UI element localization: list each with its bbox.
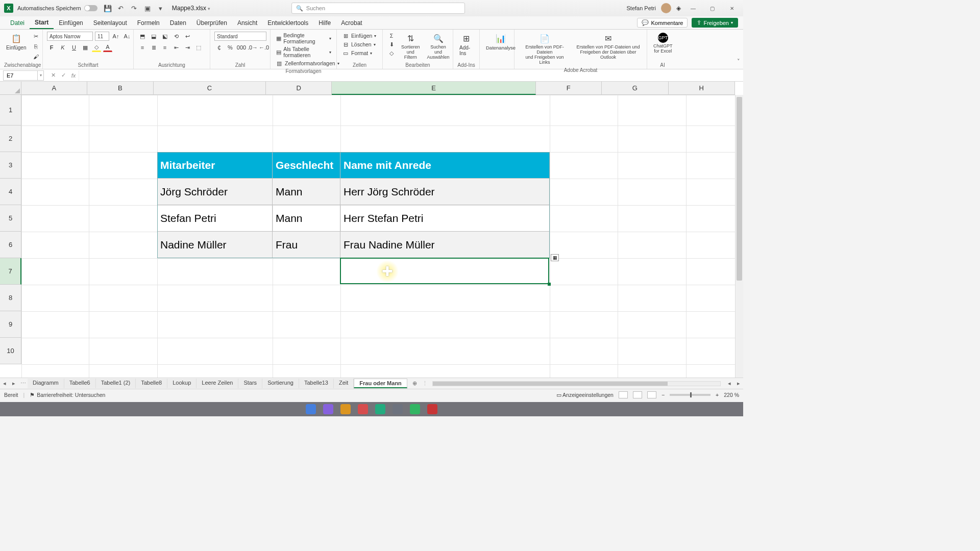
autosum-button[interactable]: Σ: [387, 32, 396, 40]
select-all-corner[interactable]: [0, 82, 21, 95]
increase-font-icon[interactable]: A↑: [111, 32, 120, 41]
align-center-icon[interactable]: ≣: [149, 43, 158, 52]
row-header-9[interactable]: 9: [0, 311, 21, 338]
align-left-icon[interactable]: ≡: [138, 43, 147, 52]
column-header-C[interactable]: C: [154, 82, 266, 95]
vertical-scrollbar[interactable]: [735, 95, 743, 378]
cell-styles-button[interactable]: ▥Zellenformatvorlagen▾: [275, 59, 340, 67]
addins-button[interactable]: ⊞Add-Ins: [457, 32, 475, 57]
delete-cells-button[interactable]: ⊟Löschen▾: [341, 40, 377, 48]
close-button[interactable]: ✕: [725, 3, 739, 13]
cell[interactable]: Jörg Schröder: [157, 179, 273, 205]
taskbar-icon[interactable]: [340, 404, 351, 414]
cell[interactable]: Frau: [273, 232, 340, 258]
tab-start[interactable]: Start: [30, 16, 54, 29]
autosave-toggle[interactable]: Automatisches Speichern: [17, 5, 97, 11]
indent-inc-icon[interactable]: ⇥: [183, 43, 192, 52]
tab-view[interactable]: Ansicht: [232, 16, 262, 29]
column-header-A[interactable]: A: [21, 82, 87, 95]
page-layout-view-icon[interactable]: [633, 391, 642, 398]
name-box-dropdown[interactable]: ▾: [38, 70, 44, 81]
align-right-icon[interactable]: ≡: [160, 43, 169, 52]
comma-icon[interactable]: 000: [237, 43, 246, 52]
maximize-button[interactable]: ▢: [705, 3, 720, 13]
row-header-5[interactable]: 5: [0, 205, 21, 232]
column-header-G[interactable]: G: [602, 82, 668, 95]
cell[interactable]: Nadine Müller: [157, 232, 273, 258]
formula-input[interactable]: [79, 70, 743, 81]
enter-formula-icon[interactable]: ✓: [58, 72, 68, 79]
decrease-decimal-icon[interactable]: ←.0: [259, 43, 268, 52]
sheet-tab[interactable]: Sortierung: [262, 379, 299, 388]
underline-button[interactable]: U: [69, 43, 79, 52]
row-header-3[interactable]: 3: [0, 152, 21, 179]
orientation-icon[interactable]: ⟲: [172, 32, 181, 41]
tab-review[interactable]: Überprüfen: [191, 16, 232, 29]
format-painter-icon[interactable]: 🖌: [31, 52, 40, 61]
sheet-tab[interactable]: Frau oder Mann: [354, 379, 407, 388]
taskbar-icon[interactable]: [427, 404, 437, 414]
pdf-outlook-button[interactable]: ✉Erstellen von PDF-Dateien undFreigeben …: [574, 32, 643, 61]
align-middle-icon[interactable]: ⬓: [149, 32, 158, 41]
avatar[interactable]: [661, 3, 671, 13]
clear-button[interactable]: ◇: [387, 49, 396, 57]
tab-file[interactable]: Datei: [5, 16, 30, 29]
sheet-nav-next[interactable]: ▸: [9, 380, 18, 387]
increase-decimal-icon[interactable]: .0→: [248, 43, 257, 52]
cancel-formula-icon[interactable]: ✕: [48, 72, 58, 79]
cell[interactable]: Mitarbeiter: [157, 152, 273, 179]
normal-view-icon[interactable]: [619, 391, 628, 398]
font-size-combo[interactable]: 11: [95, 32, 109, 41]
autofill-options-button[interactable]: ▦: [551, 254, 559, 261]
border-button[interactable]: ▦: [81, 43, 90, 52]
comments-button[interactable]: 💬Kommentare: [637, 18, 688, 28]
bold-button[interactable]: F: [47, 43, 56, 52]
sheet-tab[interactable]: Tabelle1 (2): [96, 379, 136, 388]
conditional-formatting-button[interactable]: ▦Bedingte Formatierung▾: [275, 32, 332, 45]
selected-cell[interactable]: [340, 258, 549, 284]
tab-formulas[interactable]: Formeln: [132, 16, 165, 29]
data-analysis-button[interactable]: 📊Datenanalyse: [484, 32, 518, 52]
wrap-text-icon[interactable]: ↩: [183, 32, 192, 41]
taskbar-icon[interactable]: [410, 404, 420, 414]
row-header-2[interactable]: 2: [0, 126, 21, 152]
column-header-H[interactable]: H: [669, 82, 735, 95]
display-settings[interactable]: ▭ Anzeigeeinstellungen: [556, 392, 614, 398]
find-select-button[interactable]: 🔍Suchen und Auswählen: [425, 32, 452, 61]
paste-button[interactable]: 📋Einfügen: [4, 32, 28, 52]
fill-color-button[interactable]: ◇: [92, 43, 101, 52]
undo-icon[interactable]: ↶: [117, 4, 125, 12]
tab-acrobat[interactable]: Acrobat: [336, 16, 367, 29]
name-box[interactable]: E7: [3, 70, 38, 81]
font-color-button[interactable]: A: [103, 43, 112, 52]
scroll-right-icon[interactable]: ▸: [734, 380, 743, 387]
column-header-F[interactable]: F: [536, 82, 602, 95]
column-header-E[interactable]: E: [332, 82, 535, 95]
camera-icon[interactable]: ▣: [143, 4, 152, 12]
cell[interactable]: Mann: [273, 179, 340, 205]
filename[interactable]: Mappe3.xlsx ▾: [172, 5, 211, 12]
merge-icon[interactable]: ⬚: [194, 43, 203, 52]
cell[interactable]: Name mit Anrede: [340, 152, 550, 179]
number-format-combo[interactable]: Standard: [214, 32, 266, 41]
tab-data[interactable]: Daten: [165, 16, 191, 29]
align-top-icon[interactable]: ⬒: [138, 32, 147, 41]
fx-icon[interactable]: fx: [68, 72, 79, 79]
cell[interactable]: Herr Stefan Petri: [340, 205, 550, 232]
scroll-left-icon[interactable]: ◂: [725, 380, 734, 387]
row-header-4[interactable]: 4: [0, 179, 21, 205]
sheet-nav-more[interactable]: ⋯: [18, 380, 28, 387]
save-icon[interactable]: 💾: [104, 4, 112, 12]
tab-dev[interactable]: Entwicklertools: [262, 16, 313, 29]
insert-cells-button[interactable]: ⊞Einfügen▾: [341, 32, 377, 40]
tab-help[interactable]: Hilfe: [313, 16, 336, 29]
sheet-tab[interactable]: Tabelle6: [64, 379, 96, 388]
chatgpt-button[interactable]: GPTChatGPTfor Excel: [651, 32, 675, 55]
dropdown-icon[interactable]: ▾: [157, 4, 165, 12]
row-header-1[interactable]: 1: [0, 95, 21, 126]
copy-icon[interactable]: ⎘: [31, 42, 40, 51]
taskbar-icon[interactable]: [323, 404, 333, 414]
taskbar-icon[interactable]: [393, 404, 403, 414]
cut-icon[interactable]: ✂: [31, 32, 40, 41]
accessibility-icon[interactable]: ⚑: [30, 392, 35, 398]
